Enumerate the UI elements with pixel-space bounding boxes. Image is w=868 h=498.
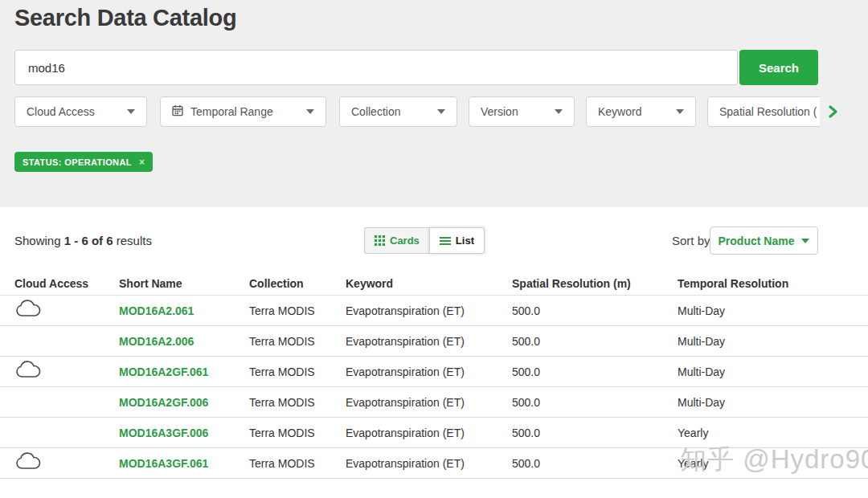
col-header-cloud-access: Cloud Access bbox=[14, 277, 119, 290]
collection-cell: Terra MODIS bbox=[249, 335, 346, 348]
filter-label: Cloud Access bbox=[27, 105, 95, 118]
search-input[interactable] bbox=[14, 50, 738, 85]
short-name-link[interactable]: MOD16A2.061 bbox=[119, 304, 249, 317]
view-toggle: Cards List bbox=[364, 227, 485, 254]
keyword-cell: Evapotranspiration (ET) bbox=[346, 365, 512, 378]
search-data-catalog-page: Search Data Catalog Search Cloud Access bbox=[0, 0, 868, 498]
temporal-resolution-cell: Yearly bbox=[678, 457, 838, 470]
temporal-resolution-cell: Multi-Day bbox=[678, 335, 838, 348]
spatial-resolution-cell: 500.0 bbox=[512, 304, 678, 317]
cloud-icon bbox=[14, 300, 42, 321]
collection-cell: Terra MODIS bbox=[249, 304, 346, 317]
temporal-resolution-cell: Multi-Day bbox=[678, 304, 838, 317]
collection-cell: Terra MODIS bbox=[249, 365, 346, 378]
cloud-icon bbox=[14, 452, 42, 474]
filter-cloud-access[interactable]: Cloud Access bbox=[14, 96, 147, 127]
spatial-resolution-cell: 500.0 bbox=[512, 427, 678, 439]
filter-spatial-resolution[interactable]: Spatial Resolution ( bbox=[707, 96, 820, 127]
results-count-suffix: results bbox=[113, 234, 152, 247]
calendar-icon bbox=[172, 104, 183, 119]
table-row: MOD16A2GF.006 Terra MODIS Evapotranspira… bbox=[0, 387, 868, 418]
temporal-resolution-cell: Yearly bbox=[678, 427, 838, 439]
table-row: MOD16A3GF.006 Terra MODIS Evapotranspira… bbox=[0, 418, 868, 448]
short-name-link[interactable]: MOD16A3GF.006 bbox=[119, 427, 249, 439]
chevron-down-icon bbox=[801, 239, 809, 243]
sort-by-label: Sort by: bbox=[672, 234, 714, 247]
filter-scroll-right-button[interactable] bbox=[825, 103, 841, 122]
results-count-range: 1 - 6 of 6 bbox=[64, 234, 113, 247]
filter-label: Version bbox=[481, 105, 518, 118]
table-header-row: Cloud Access Short Name Collection Keywo… bbox=[0, 271, 868, 296]
chevron-down-icon bbox=[437, 109, 445, 114]
filter-label: Temporal Range bbox=[190, 105, 273, 118]
close-icon[interactable]: × bbox=[139, 157, 145, 168]
table-row: MOD16A2.061 Terra MODIS Evapotranspirati… bbox=[0, 296, 868, 326]
table-row: MOD16A2GF.061 Terra MODIS Evapotranspira… bbox=[0, 357, 868, 387]
keyword-cell: Evapotranspiration (ET) bbox=[346, 304, 512, 317]
keyword-cell: Evapotranspiration (ET) bbox=[346, 427, 512, 439]
filter-label: Keyword bbox=[598, 105, 641, 118]
filter-collection[interactable]: Collection bbox=[339, 96, 457, 127]
spatial-resolution-cell: 500.0 bbox=[512, 396, 678, 409]
filter-temporal-range[interactable]: Temporal Range bbox=[160, 96, 326, 127]
keyword-cell: Evapotranspiration (ET) bbox=[346, 335, 512, 348]
keyword-cell: Evapotranspiration (ET) bbox=[346, 457, 512, 470]
sort-value: Product Name bbox=[719, 235, 795, 247]
cloud-icon bbox=[14, 361, 42, 382]
table-row: MOD16A3GF.061 Terra MODIS Evapotranspira… bbox=[0, 448, 868, 479]
grid-icon bbox=[375, 235, 385, 246]
chevron-down-icon bbox=[127, 109, 135, 114]
short-name-link[interactable]: MOD16A2GF.061 bbox=[119, 365, 249, 378]
search-button[interactable]: Search bbox=[739, 50, 818, 85]
chevron-down-icon bbox=[676, 109, 684, 114]
chip-label: STATUS: OPERATIONAL bbox=[23, 157, 132, 167]
page-title: Search Data Catalog bbox=[14, 5, 236, 31]
spatial-resolution-cell: 500.0 bbox=[512, 365, 678, 378]
spatial-resolution-cell: 500.0 bbox=[512, 457, 678, 470]
cards-view-label: Cards bbox=[390, 235, 420, 247]
keyword-cell: Evapotranspiration (ET) bbox=[346, 396, 512, 409]
results-table: Cloud Access Short Name Collection Keywo… bbox=[0, 271, 868, 479]
filter-version[interactable]: Version bbox=[469, 96, 575, 127]
cards-view-button[interactable]: Cards bbox=[364, 227, 429, 254]
spatial-resolution-cell: 500.0 bbox=[512, 335, 678, 348]
filter-bar: Cloud Access Temporal Range bbox=[0, 96, 820, 129]
results-count: Showing 1 - 6 of 6 results bbox=[14, 234, 152, 247]
list-view-label: List bbox=[456, 235, 474, 247]
sort-dropdown[interactable]: Product Name bbox=[710, 227, 818, 255]
col-header-spatial-resolution: Spatial Resolution (m) bbox=[512, 277, 678, 290]
short-name-link[interactable]: MOD16A2GF.006 bbox=[119, 396, 249, 409]
short-name-link[interactable]: MOD16A2.006 bbox=[119, 335, 249, 348]
temporal-resolution-cell: Multi-Day bbox=[678, 365, 838, 378]
temporal-resolution-cell: Multi-Day bbox=[678, 396, 838, 409]
col-header-collection: Collection bbox=[249, 277, 346, 290]
filter-keyword[interactable]: Keyword bbox=[586, 96, 696, 127]
chevron-right-icon bbox=[828, 104, 838, 119]
col-header-keyword: Keyword bbox=[346, 277, 512, 290]
filter-label: Collection bbox=[351, 105, 400, 118]
filter-label: Spatial Resolution ( bbox=[719, 105, 817, 118]
col-header-temporal-resolution: Temporal Resolution bbox=[678, 277, 838, 290]
chevron-down-icon bbox=[555, 109, 563, 114]
collection-cell: Terra MODIS bbox=[249, 427, 346, 439]
list-icon bbox=[440, 236, 451, 246]
status-operational-chip[interactable]: STATUS: OPERATIONAL × bbox=[14, 152, 153, 172]
list-view-button[interactable]: List bbox=[429, 227, 485, 254]
col-header-short-name: Short Name bbox=[119, 277, 249, 290]
table-row: MOD16A2.006 Terra MODIS Evapotranspirati… bbox=[0, 326, 868, 357]
collection-cell: Terra MODIS bbox=[249, 457, 346, 470]
collection-cell: Terra MODIS bbox=[249, 396, 346, 409]
results-count-prefix: Showing bbox=[14, 234, 64, 247]
short-name-link[interactable]: MOD16A3GF.061 bbox=[119, 457, 249, 470]
chevron-down-icon bbox=[306, 109, 314, 114]
